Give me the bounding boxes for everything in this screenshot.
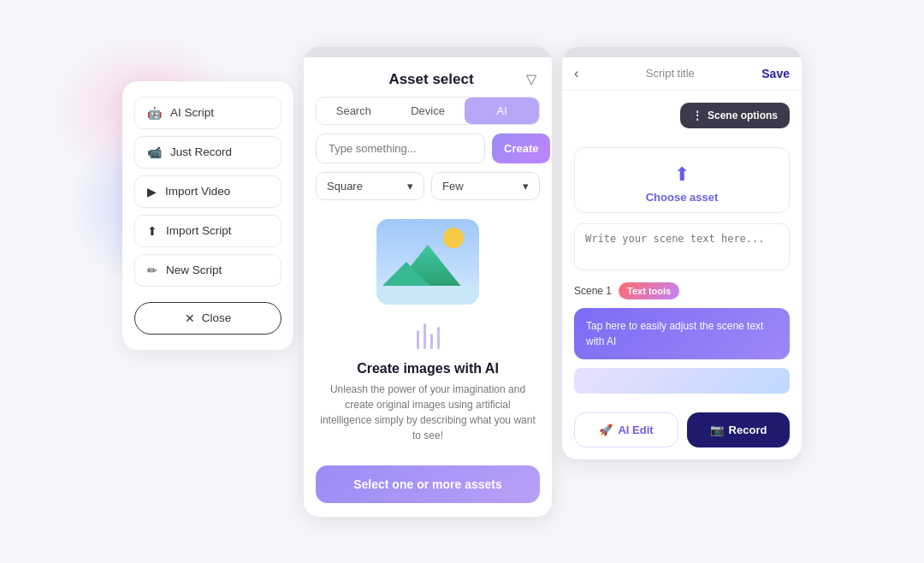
chevron-down-icon-2: ▾ bbox=[523, 180, 529, 193]
sidebar-item-new-script[interactable]: ✏ New Script bbox=[134, 254, 281, 287]
save-button[interactable]: Save bbox=[761, 67, 790, 80]
bottom-actions: 🚀 AI Edit 📷 Record bbox=[562, 412, 802, 459]
scene-options-button[interactable]: ⋮ Scene options bbox=[680, 103, 790, 128]
text-tools-badge[interactable]: Text tools bbox=[619, 282, 679, 299]
tab-search[interactable]: Search bbox=[317, 98, 391, 124]
search-input[interactable] bbox=[316, 133, 485, 163]
record-icon-btn: 📷 bbox=[710, 424, 724, 436]
import-video-label: Import Video bbox=[165, 185, 230, 198]
sidebar-item-import-video[interactable]: ▶ Import Video bbox=[134, 175, 281, 208]
import-script-label: Import Script bbox=[166, 224, 232, 237]
create-button[interactable]: Create bbox=[492, 133, 550, 163]
tab-device[interactable]: Device bbox=[391, 98, 465, 124]
dots-icon: ⋮ bbox=[692, 110, 702, 121]
image-desc: Unleash the power of your imagination an… bbox=[319, 382, 536, 443]
choose-asset-area[interactable]: ⬆ Choose asset bbox=[574, 147, 790, 213]
bar-3 bbox=[430, 334, 433, 349]
upload-icon: ⬆ bbox=[674, 163, 690, 186]
bar-4 bbox=[437, 327, 440, 349]
right-content: ⋮ Scene options ⬆ Choose asset Scene 1 T… bbox=[562, 91, 802, 412]
close-label: Close bbox=[202, 311, 232, 324]
middle-image-area: Create images with AI Unleash the power … bbox=[304, 210, 552, 457]
svg-point-3 bbox=[443, 228, 464, 248]
search-row: Create bbox=[316, 133, 540, 163]
record-icon: 📹 bbox=[147, 145, 162, 159]
back-arrow-icon[interactable]: ‹ bbox=[574, 66, 578, 81]
middle-top-bar bbox=[304, 47, 552, 57]
scene-label: Scene 1 bbox=[574, 285, 612, 297]
middle-header: Asset select ▽ bbox=[304, 57, 552, 97]
sidebar-item-import-script[interactable]: ⬆ Import Script bbox=[134, 215, 281, 247]
ai-edit-button[interactable]: 🚀 AI Edit bbox=[574, 412, 678, 447]
close-button[interactable]: ✕ Close bbox=[134, 302, 281, 335]
left-panel: 🤖 AI Script 📹 Just Record ▶ Import Video… bbox=[122, 81, 293, 350]
close-icon: ✕ bbox=[185, 311, 195, 325]
select-assets-button[interactable]: Select one or more assets bbox=[316, 465, 540, 503]
just-record-label: Just Record bbox=[170, 145, 232, 158]
ai-script-label: AI Script bbox=[170, 106, 214, 119]
new-script-icon: ✏ bbox=[147, 264, 157, 277]
scene-tags: Scene 1 Text tools bbox=[574, 282, 790, 299]
few-dropdown[interactable]: Few ▾ bbox=[431, 172, 540, 200]
record-button[interactable]: 📷 Record bbox=[687, 412, 790, 447]
main-container: 🤖 AI Script 📹 Just Record ▶ Import Video… bbox=[122, 47, 802, 517]
right-panel: ‹ Script title Save ⋮ Scene options ⬆ Ch… bbox=[562, 47, 802, 459]
square-dropdown[interactable]: Square ▾ bbox=[316, 172, 424, 200]
middle-panel-title: Asset select bbox=[336, 71, 526, 88]
import-video-icon: ▶ bbox=[147, 185, 157, 199]
middle-panel: Asset select ▽ Search Device AI Create S… bbox=[304, 47, 552, 517]
new-script-label: New Script bbox=[166, 264, 222, 276]
svg-rect-4 bbox=[376, 286, 479, 305]
script-title-text: Script title bbox=[646, 67, 695, 80]
middle-tabs: Search Device AI bbox=[316, 97, 540, 125]
scene-preview-bar bbox=[574, 368, 790, 394]
sidebar-item-ai-script[interactable]: 🤖 AI Script bbox=[134, 97, 281, 129]
ai-tooltip: Tap here to easily adjust the scene text… bbox=[574, 308, 790, 359]
right-header: ‹ Script title Save bbox=[562, 57, 802, 91]
tab-ai[interactable]: AI bbox=[465, 98, 539, 124]
right-top-bar bbox=[562, 47, 802, 57]
filter-row: Square ▾ Few ▾ bbox=[316, 172, 540, 200]
ai-image-placeholder bbox=[376, 219, 479, 305]
ai-edit-icon: 🚀 bbox=[599, 424, 613, 436]
bar-1 bbox=[417, 330, 419, 349]
image-title: Create images with AI bbox=[319, 361, 536, 376]
import-script-icon: ⬆ bbox=[147, 224, 157, 238]
chevron-down-icon: ▾ bbox=[407, 180, 413, 193]
image-bars bbox=[417, 323, 440, 349]
scene-text-input[interactable] bbox=[574, 223, 790, 270]
filter-icon[interactable]: ▽ bbox=[526, 71, 536, 87]
ai-script-icon: 🤖 bbox=[147, 106, 162, 120]
choose-asset-label: Choose asset bbox=[646, 191, 719, 204]
bar-2 bbox=[424, 323, 426, 349]
sidebar-item-just-record[interactable]: 📹 Just Record bbox=[134, 136, 281, 169]
